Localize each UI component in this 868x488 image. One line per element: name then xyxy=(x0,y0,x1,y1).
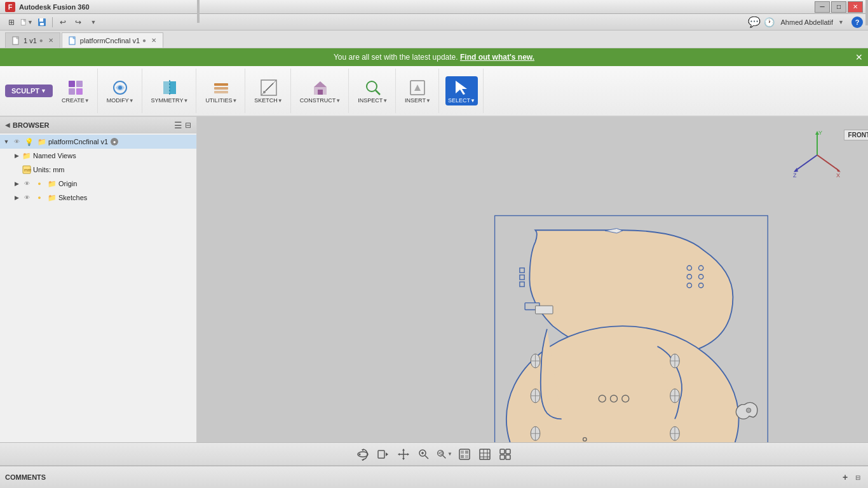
view-cube[interactable]: Y Z X FRONT xyxy=(792,130,843,180)
select-group-items: SELECT▼ xyxy=(445,69,478,113)
svg-line-99 xyxy=(443,455,446,458)
svg-rect-27 xyxy=(318,90,323,95)
display-mode-tool[interactable] xyxy=(456,446,473,463)
ribbon-group-insert: INSERT▼ xyxy=(397,69,439,113)
browser-resize-handle[interactable] xyxy=(865,0,868,25)
svg-marker-91 xyxy=(402,458,405,460)
maximize-button[interactable]: □ xyxy=(831,1,846,13)
svg-rect-102 xyxy=(461,451,464,454)
inspect-label: INSPECT▼ xyxy=(358,98,388,104)
svg-point-87 xyxy=(359,453,361,455)
tab-bar: 1 v1 ● ✕ platformCncfinal v1 ● ✕ xyxy=(0,30,868,48)
tab-platformcncfinal[interactable]: platformCncfinal v1 ● ✕ xyxy=(62,32,163,48)
notif-message: You are all set with the latest update. xyxy=(334,53,458,62)
svg-marker-89 xyxy=(386,452,388,456)
utilities-icon xyxy=(211,78,231,98)
ribbon-group-inspect: INSPECT▼ xyxy=(350,69,396,113)
svg-rect-106 xyxy=(480,449,490,459)
sketch-label: SKETCH▼ xyxy=(254,98,282,104)
bottom-toolbar: ▼ xyxy=(0,442,868,465)
zoom-area-tool[interactable]: ▼ xyxy=(435,446,453,463)
svg-rect-104 xyxy=(461,455,464,458)
notif-close-button[interactable]: ✕ xyxy=(855,52,863,62)
user-arrow[interactable]: ▼ xyxy=(838,19,844,25)
svg-rect-103 xyxy=(465,451,468,454)
inspect-icon xyxy=(363,78,383,98)
svg-marker-31 xyxy=(414,85,421,91)
help-button[interactable]: ? xyxy=(851,17,863,28)
tab-platform-label: platformCncfinal v1 xyxy=(80,37,140,44)
svg-text:Z: Z xyxy=(793,172,797,179)
comments-add-button[interactable]: + xyxy=(840,472,850,482)
svg-rect-113 xyxy=(500,455,505,459)
svg-marker-32 xyxy=(456,81,467,95)
ribbon-group-utilities: UTILITIES▼ xyxy=(198,69,245,113)
record-tool[interactable] xyxy=(374,446,392,463)
viewport[interactable]: Y Z X FRONT xyxy=(197,117,868,442)
ribbon-group-sketch: SKETCH▼ xyxy=(247,69,290,113)
utilities-label: UTILITIES▼ xyxy=(205,98,237,104)
insert-button[interactable]: INSERT▼ xyxy=(402,76,433,105)
svg-rect-21 xyxy=(214,91,228,93)
sketch-canvas xyxy=(197,117,868,442)
panels-tool[interactable] xyxy=(496,446,514,463)
select-button[interactable]: SELECT▼ xyxy=(445,76,478,105)
comments-resize-handle[interactable] xyxy=(197,0,200,23)
construct-group-items: CONSTRUCT▼ xyxy=(297,69,343,113)
sketch-icon xyxy=(259,78,279,98)
construct-button[interactable]: CONSTRUCT▼ xyxy=(297,76,343,105)
svg-rect-114 xyxy=(506,455,510,459)
sketch-group-items: SKETCH▼ xyxy=(252,69,285,113)
sketch-button[interactable]: SKETCH▼ xyxy=(252,76,285,105)
svg-line-29 xyxy=(376,90,380,95)
inspect-group-items: INSPECT▼ xyxy=(355,69,390,113)
comments-expand-button[interactable]: ⊟ xyxy=(853,472,863,482)
tab-platform-close[interactable]: ✕ xyxy=(151,37,156,44)
svg-point-24 xyxy=(263,91,266,93)
grid-tool[interactable] xyxy=(476,446,494,463)
insert-icon xyxy=(407,78,428,98)
utilities-button[interactable]: UTILITIES▼ xyxy=(203,76,240,105)
notif-link[interactable]: Find out what's new. xyxy=(460,53,534,62)
svg-marker-92 xyxy=(398,453,400,456)
utilities-group-items: UTILITIES▼ xyxy=(203,69,240,113)
pan-tool[interactable] xyxy=(395,446,412,463)
svg-rect-105 xyxy=(465,455,468,458)
svg-rect-19 xyxy=(214,83,228,86)
chat-icon[interactable]: 💬 xyxy=(748,16,761,29)
user-name: Ahmed Abdellatif xyxy=(781,18,834,26)
svg-rect-111 xyxy=(500,449,505,454)
window-controls: ─ □ ✕ xyxy=(815,1,863,13)
svg-text:X: X xyxy=(836,172,840,179)
close-button[interactable]: ✕ xyxy=(848,1,863,13)
minimize-button[interactable]: ─ xyxy=(815,1,830,13)
insert-group-items: INSERT▼ xyxy=(402,69,433,113)
inspect-button[interactable]: INSPECT▼ xyxy=(355,76,390,105)
svg-marker-86 xyxy=(362,459,364,461)
svg-rect-112 xyxy=(506,449,510,454)
svg-marker-90 xyxy=(402,449,405,451)
history-icon[interactable]: 🕐 xyxy=(763,16,776,29)
svg-rect-48 xyxy=(536,306,553,314)
svg-marker-26 xyxy=(314,81,327,87)
ribbon-group-construct: CONSTRUCT▼ xyxy=(292,69,349,113)
svg-line-95 xyxy=(425,456,428,459)
insert-label: INSERT▼ xyxy=(405,98,431,104)
front-label[interactable]: FRONT xyxy=(844,130,868,140)
select-icon xyxy=(451,78,471,98)
construct-label: CONSTRUCT▼ xyxy=(300,98,341,104)
orbit-tool[interactable] xyxy=(354,446,372,463)
ribbon-group-select: SELECT▼ xyxy=(440,69,484,113)
svg-line-78 xyxy=(795,155,817,171)
svg-marker-93 xyxy=(407,453,409,456)
svg-marker-85 xyxy=(362,449,364,451)
tab-platform-dirty: ● xyxy=(142,37,146,44)
viewport-tools: ▼ xyxy=(354,446,514,463)
svg-point-28 xyxy=(367,81,377,92)
select-label: SELECT▼ xyxy=(448,98,475,104)
zoom-tool[interactable] xyxy=(415,446,433,463)
svg-line-81 xyxy=(817,155,839,171)
svg-rect-88 xyxy=(378,451,384,458)
svg-rect-20 xyxy=(214,87,228,90)
comments-area xyxy=(0,0,197,488)
